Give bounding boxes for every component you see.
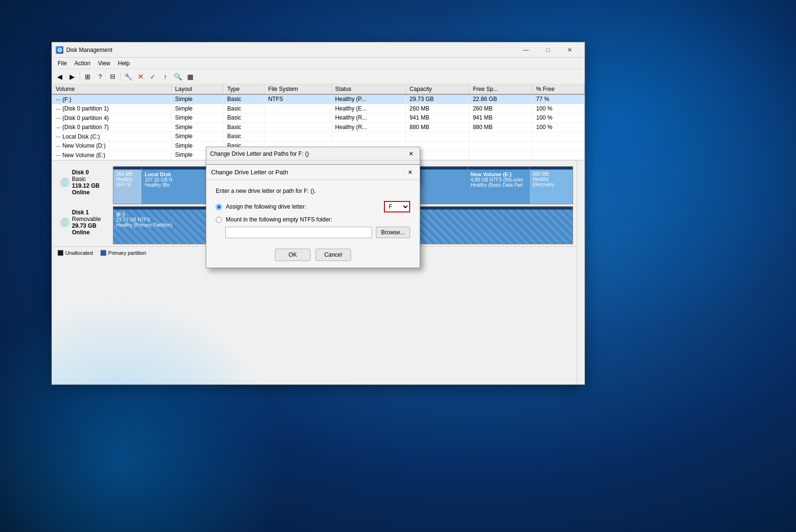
grid-button[interactable]: ⊞ [82,71,93,82]
cell-fs [264,104,331,113]
cell-pct: 100 % [532,113,584,123]
legend-primary: Primary partition [101,250,146,256]
table-row[interactable]: — (Disk 0 partition 4) Simple Basic Heal… [52,113,584,123]
radio-mount-label: Mount in the following empty NTFS folder… [226,216,410,223]
disk1-status: Online [72,229,101,236]
window-title: Disk Management [66,47,112,53]
disk0-type: Basic [72,176,100,182]
partition-info: Healthy (Recovery [533,177,570,187]
legend-color-unallocated [58,250,63,256]
disk0-name: Disk 0 [72,169,100,176]
dialog-instruction: Enter a new drive letter or path for F: … [216,188,410,194]
disk1-name: Disk 1 [72,209,101,216]
cell-fs [264,132,331,141]
cell-capacity: 941 MB [405,113,469,123]
back-button[interactable]: ◀ [54,71,65,82]
disk0-status: Online [72,189,100,196]
col-fs[interactable]: File System [264,84,331,94]
menu-help[interactable]: Help [114,59,134,68]
cell-free [469,151,532,160]
col-type[interactable]: Type [223,84,264,94]
drive-letter-select[interactable]: F G H [384,201,410,212]
cell-free: 941 MB [469,113,532,123]
disk0-size: 119.12 GB [72,182,100,189]
inner-dialog-close-button[interactable]: ✕ [405,168,415,177]
radio-mount[interactable] [216,217,222,223]
partition-info: Healthy (Basic Data Part [471,182,526,188]
up-button[interactable]: ↑ [160,71,171,82]
cell-type: Basic [223,94,264,104]
help-button[interactable]: ? [94,71,106,82]
cell-layout: Simple [171,104,223,113]
folder-path-input[interactable] [225,227,372,238]
cell-volume: — (Disk 0 partition 7) [52,122,171,132]
disk1-size: 29.73 GB [72,222,101,229]
check-button[interactable]: ✓ [147,71,159,82]
inner-dialog-title: Change Drive Letter or Path ✕ [206,165,420,180]
cell-free: 22.86 GB [469,94,532,104]
partition-new-volume-e[interactable]: New Volume (E:) 4.88 GB NTFS (BitLocke H… [468,167,530,204]
legend-label-unallocated: Unallocated [65,250,93,256]
radio-assign[interactable] [216,204,222,210]
cell-status: Healthy (E... [331,104,405,113]
disk-button[interactable]: ⊟ [107,71,118,82]
cell-fs [264,122,331,132]
menu-view[interactable]: View [94,59,114,68]
cell-layout: Simple [171,94,223,104]
col-volume[interactable]: Volume [52,84,171,94]
inner-dialog-cancel-button[interactable]: Cancel [315,249,351,261]
toolbar: ◀ ▶ ⊞ ? ⊟ 🔧 ✕ ✓ ↑ 🔍 ▦ [52,69,584,84]
settings-button[interactable]: 🔧 [122,71,134,82]
partition-size: 260 MB [116,171,139,177]
partition-info: Healthy (EFI S) [116,177,139,187]
maximize-button[interactable]: □ [537,42,559,58]
partition-top-bar [468,167,529,170]
delete-button[interactable]: ✕ [135,71,146,82]
table-row[interactable]: — (Disk 0 partition 7) Simple Basic Heal… [52,122,584,132]
menu-action[interactable]: Action [71,59,94,68]
cell-free: 880 MB [469,122,532,132]
close-button[interactable]: ✕ [559,42,581,58]
cell-status: Healthy (P... [331,94,405,104]
cell-free [469,141,532,151]
partition-efi[interactable]: 260 MB Healthy (EFI S) [113,167,142,204]
forward-button[interactable]: ▶ [66,71,78,82]
partition-top-bar [530,167,573,170]
cell-pct: 100 % [532,104,584,113]
outer-dialog-close-button[interactable]: ✕ [406,149,416,159]
cell-volume: — New Volume (D:) [52,141,171,151]
legend-unallocated: Unallocated [58,250,93,256]
cell-pct [532,151,584,160]
browse-button[interactable]: Browse... [376,227,410,238]
disk1-type: Removable [72,216,101,222]
col-status[interactable]: Status [331,84,405,94]
folder-input-row: Browse... [216,227,410,238]
view-button[interactable]: ▦ [184,71,196,82]
table-row[interactable]: — (Disk 0 partition 1) Simple Basic Heal… [52,104,584,113]
title-controls: — □ ✕ [515,42,581,58]
menu-file[interactable]: File [54,59,71,68]
legend-label-primary: Primary partition [108,250,146,256]
outer-dialog-title: Change Drive Letter and Paths for F: () … [206,147,420,161]
search-button[interactable]: 🔍 [172,71,183,82]
inner-dialog-body: Enter a new drive letter or path for F: … [206,180,420,244]
radio-row-mount: Mount in the following empty NTFS folder… [216,216,410,223]
cell-volume: — (Disk 0 partition 1) [52,104,171,113]
col-capacity[interactable]: Capacity [405,84,469,94]
col-pct[interactable]: % Free [532,84,584,94]
cell-type: Basic [223,122,264,132]
col-layout[interactable]: Layout [171,84,223,94]
table-row[interactable]: — (F:) Simple Basic NTFS Healthy (P... 2… [52,94,584,104]
minimize-button[interactable]: — [515,42,537,58]
title-bar-left: 💿 Disk Management [56,46,112,54]
cell-status [331,132,405,141]
table-row[interactable]: — Local Disk (C:) Simple Basic [52,132,584,141]
toolbar-separator-2 [120,72,121,81]
col-free[interactable]: Free Sp... [469,84,532,94]
inner-dialog-ok-button[interactable]: OK [275,249,311,261]
partition-recovery[interactable]: 880 MB Healthy (Recovery [530,167,573,204]
scrollbar[interactable] [577,161,584,385]
cell-capacity: 29.73 GB [405,94,469,104]
cell-type: Basic [223,104,264,113]
cell-free [469,132,532,141]
